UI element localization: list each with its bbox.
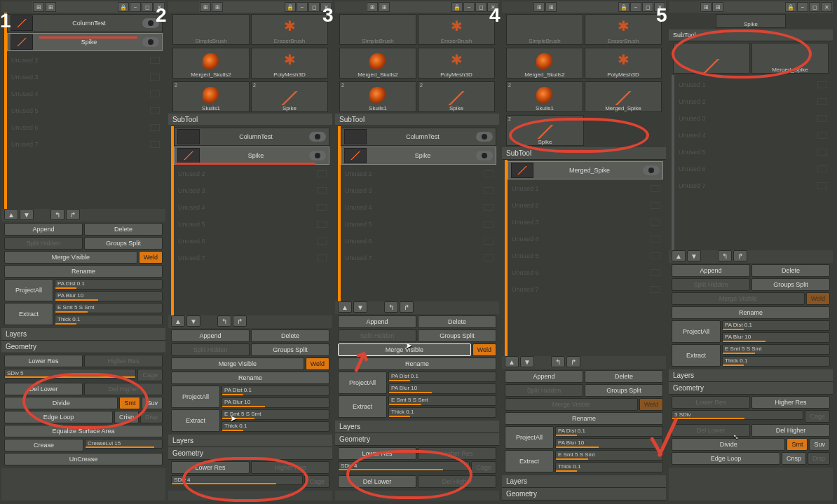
weld-button[interactable]: Weld	[639, 398, 663, 411]
move-up-button[interactable]: ▲	[505, 356, 519, 367]
subtool-header[interactable]: SubTool	[502, 147, 666, 160]
lock-icon[interactable]: 🔒	[785, 2, 796, 12]
uncrease-button[interactable]: UnCrease	[4, 453, 163, 465]
higher-res-button[interactable]: Higher Res	[751, 396, 830, 409]
crisp-button[interactable]: Crisp	[114, 411, 139, 423]
toolbar-icon[interactable]: ⊞	[379, 2, 390, 12]
tool-merged-skulls2[interactable]: Merged_Skulls2	[506, 48, 583, 79]
del-higher-button[interactable]: Del Higher	[84, 383, 163, 395]
tool-eraserbrush[interactable]: EraserBrush	[585, 14, 662, 45]
thick-slider[interactable]: Thick 0.1	[555, 462, 663, 472]
lock-icon[interactable]: 🔒	[285, 2, 296, 12]
move-up-button[interactable]: ▲	[171, 315, 185, 327]
extract-button[interactable]: Extract	[171, 409, 220, 432]
e-smt-slider[interactable]: E Smt 5 S Smt	[555, 450, 663, 461]
subtool-row-selected[interactable]: Spike	[341, 147, 496, 165]
del-higher-button[interactable]: Del Higher	[418, 475, 496, 488]
sdiv-slider[interactable]: 3 SDiv	[672, 410, 803, 420]
pa-dist-slider[interactable]: PA Dist 0.1	[55, 279, 163, 290]
extract-button[interactable]: Extract	[338, 395, 387, 418]
subtool-row-selected[interactable]: Merged_Spike	[508, 161, 663, 179]
layers-header[interactable]: Layers	[168, 435, 332, 447]
subtool-row[interactable]: ColumnTest	[341, 128, 496, 146]
merge-visible-button[interactable]: Merge Visible	[4, 251, 137, 264]
sdiv-slider[interactable]: SDiv 5	[4, 369, 136, 379]
pa-dist-slider[interactable]: PA Dist 0.1	[222, 386, 329, 396]
nav-button[interactable]: ↰	[551, 356, 565, 367]
tool-eraserbrush[interactable]: EraserBrush	[418, 14, 495, 45]
lower-res-button[interactable]: Lower Res	[338, 447, 416, 460]
nav-button[interactable]: ↰	[217, 315, 231, 327]
append-button[interactable]: Append	[672, 264, 750, 277]
higher-res-button[interactable]: Higher Res	[418, 447, 496, 460]
layers-header[interactable]: Layers	[502, 475, 666, 488]
toolbar-icon[interactable]: ⊞	[712, 2, 723, 12]
cage-button[interactable]: Cage	[304, 475, 329, 488]
groups-split-button[interactable]: Groups Split	[251, 343, 329, 356]
rename-button[interactable]: Rename	[672, 306, 830, 319]
merge-visible-button[interactable]: Merge Visible	[171, 357, 304, 370]
toolbar-icon[interactable]: ⊞	[45, 2, 56, 12]
tool-merged-skulls2[interactable]: Merged_Skulls2	[172, 48, 250, 79]
pa-dist-slider[interactable]: PA Dist 0.1	[555, 426, 663, 437]
divide-button[interactable]: Divide	[672, 438, 785, 451]
lower-res-button[interactable]: Lower Res	[4, 355, 83, 367]
minimize-icon[interactable]: −	[463, 2, 475, 12]
del-higher-button[interactable]: Del Higher	[751, 424, 830, 437]
close-icon[interactable]: ✕	[821, 2, 832, 12]
crisp-button[interactable]: Crisp	[782, 452, 806, 465]
lock-icon[interactable]: 🔒	[618, 2, 630, 12]
lock-icon[interactable]: 🔒	[451, 2, 463, 12]
minimize-icon[interactable]: −	[797, 2, 808, 12]
subtool-row-selected[interactable]: Spike	[7, 33, 163, 51]
tool-spike-label[interactable]: Spike	[716, 14, 786, 28]
minimize-icon[interactable]: −	[630, 2, 641, 12]
extract-button[interactable]: Extract	[505, 450, 554, 472]
move-down-button[interactable]: ▼	[20, 209, 34, 220]
del-lower-button[interactable]: Del Lower	[338, 475, 416, 488]
restore-icon[interactable]: ◻	[809, 2, 820, 12]
rename-button[interactable]: Rename	[4, 265, 163, 278]
tool-merged-spike[interactable]: Merged_Spike	[751, 43, 829, 74]
minimize-icon[interactable]: −	[297, 2, 308, 12]
divide-button[interactable]: Divide	[4, 397, 118, 409]
restore-icon[interactable]: ◻	[475, 2, 486, 12]
geometry-header[interactable]: Geometry	[502, 488, 666, 500]
nav-button[interactable]: ↱	[566, 356, 580, 367]
project-all-button[interactable]: ProjectAll	[505, 426, 554, 449]
suv-button[interactable]: Suv	[142, 397, 163, 409]
visibility-toggle-icon[interactable]	[643, 165, 660, 175]
delete-button[interactable]: Delete	[84, 223, 163, 236]
move-up-button[interactable]: ▲	[672, 250, 686, 261]
disp-button[interactable]: Disp	[808, 452, 830, 465]
e-smt-slider[interactable]: E Smt 5 S Smt	[388, 395, 496, 406]
e-smt-slider[interactable]: E Smt 5 S Smt	[222, 409, 329, 420]
del-lower-button[interactable]: Del Lower	[4, 383, 83, 395]
edge-loop-button[interactable]: Edge Loop	[4, 411, 113, 423]
lower-res-button[interactable]: Lower Res	[672, 396, 750, 409]
cage-button[interactable]: Cage	[805, 410, 830, 423]
append-button[interactable]: Append	[4, 223, 83, 236]
nav-button[interactable]: ↱	[733, 250, 747, 261]
groups-split-button[interactable]: Groups Split	[418, 329, 496, 342]
tool-simplebrush[interactable]: SimpleBrush	[172, 14, 250, 45]
split-hidden-button[interactable]: Split Hidden	[4, 237, 83, 250]
append-button[interactable]: Append	[338, 315, 416, 328]
restore-icon[interactable]: ◻	[308, 2, 320, 12]
delete-button[interactable]: Delete	[251, 329, 329, 342]
tool-polymesh3d[interactable]: PolyMesh3D	[585, 48, 662, 79]
nav-button[interactable]: ↱	[66, 209, 80, 220]
move-up-button[interactable]: ▲	[338, 301, 352, 313]
pa-dist-slider[interactable]: PA Dist 0.1	[722, 320, 830, 331]
merge-visible-button[interactable]: Merge Visible	[505, 398, 638, 411]
geometry-header[interactable]: Geometry	[335, 433, 499, 446]
merge-visible-button[interactable]: Merge Visible	[672, 292, 805, 305]
restore-icon[interactable]: ◻	[642, 2, 653, 12]
smt-button[interactable]: Smt	[787, 438, 808, 451]
tool-eraserbrush[interactable]: EraserBrush	[251, 14, 328, 45]
project-all-button[interactable]: ProjectAll	[171, 386, 220, 408]
toolbar-icon[interactable]: ⊞	[200, 2, 211, 12]
layers-header[interactable]: Layers	[335, 421, 499, 433]
geometry-header[interactable]: Geometry	[669, 382, 833, 395]
restore-icon[interactable]: ◻	[142, 2, 153, 12]
